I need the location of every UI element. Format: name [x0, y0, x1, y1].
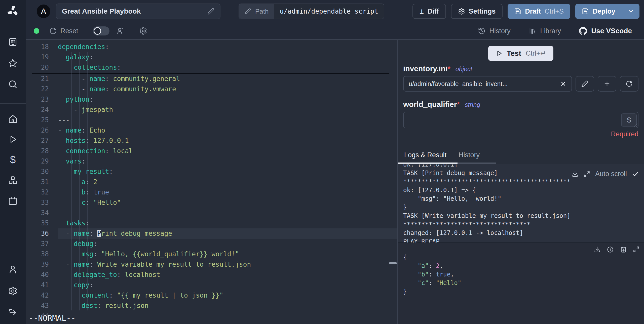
deploy-button[interactable]: Deploy — [575, 4, 622, 19]
runs-play-icon[interactable] — [8, 135, 17, 144]
history-button[interactable]: History — [478, 27, 511, 35]
edit-path-pencil-icon — [245, 8, 251, 15]
line-number: 35 — [26, 218, 58, 228]
code-line-25: 25--- — [26, 115, 397, 125]
line-number: 43 — [26, 301, 58, 311]
path-value: u/admin/dependable_script — [274, 4, 384, 19]
reset-refresh-icon — [49, 27, 57, 35]
toggle-knob — [94, 27, 101, 35]
path-label-segment[interactable]: Path — [239, 4, 274, 19]
line-number: 42 — [26, 290, 58, 301]
save-icon — [582, 8, 589, 15]
code-line-44: 44 — [26, 311, 397, 321]
resources-boxes-icon[interactable] — [8, 176, 18, 185]
pencil-icon — [581, 80, 588, 87]
log-line: "msg": "Hello, world!" — [403, 194, 644, 203]
ansible-letter: A — [41, 7, 46, 16]
result-tabs: Logs & Result History — [398, 151, 644, 164]
expand-result-icon[interactable] — [633, 246, 639, 253]
line-number: 31 — [26, 177, 58, 187]
refresh-resource-button[interactable] — [620, 76, 638, 92]
user-icon[interactable] — [8, 265, 18, 274]
logout-icon[interactable] — [8, 308, 18, 317]
history-label: History — [489, 27, 511, 35]
code-line-33: 33 c: "Hello" — [26, 197, 397, 208]
code-line-24: 24 - jmespath — [26, 105, 397, 115]
edit-resource-button[interactable] — [576, 76, 594, 92]
download-result-icon[interactable] — [594, 246, 601, 253]
line-number: 25 — [26, 115, 58, 125]
schedules-calendar-icon[interactable] — [8, 196, 18, 206]
use-vscode-label: Use VScode — [591, 27, 632, 35]
download-logs-icon[interactable] — [572, 171, 579, 178]
play-icon — [496, 50, 502, 57]
library-icon — [529, 27, 536, 35]
edit-summary-pencil-icon[interactable] — [207, 8, 214, 15]
home-icon[interactable] — [8, 114, 18, 124]
copy-result-clipboard-icon[interactable] — [620, 246, 627, 253]
code-line-31: 31 a: 2 — [26, 177, 397, 187]
plus-icon — [603, 80, 611, 87]
script-summary-input[interactable]: Great Ansible Playbook — [56, 4, 220, 19]
test-button[interactable]: Test Ctrl+↵ — [488, 46, 554, 61]
line-number: 34 — [26, 208, 58, 218]
favorites-star-icon[interactable] — [8, 58, 18, 68]
windmill-logo[interactable] — [0, 0, 26, 23]
line-number: 41 — [26, 280, 58, 290]
line-number: 23 — [26, 94, 58, 105]
line-number: 27 — [26, 136, 58, 146]
result-line: { — [403, 253, 644, 262]
library-button[interactable]: Library — [529, 27, 561, 35]
log-line: TASK [Write variable my_result to result… — [403, 212, 644, 220]
insert-variable-dollar-button[interactable]: $ — [621, 113, 637, 127]
line-number: 40 — [26, 270, 58, 280]
code-line-20: 20 collections: — [26, 62, 397, 73]
add-resource-button[interactable] — [598, 76, 616, 92]
code-line-40: 40 delegate_to: localhost — [26, 270, 397, 280]
deploy-dropdown-button[interactable] — [622, 4, 639, 19]
expand-logs-icon[interactable] — [584, 171, 590, 177]
script-path-control[interactable]: Path u/admin/dependable_script — [239, 4, 384, 19]
code-line-42: 42 content: "{{ my_result | to_json }}" — [26, 290, 397, 301]
draft-label: Draft — [525, 8, 541, 15]
inventory-resource-value: u/admin/favorable_ansible_invent... — [409, 80, 508, 88]
tab-logs-result[interactable]: Logs & Result — [404, 151, 446, 159]
draft-button[interactable]: Draft Ctrl+S — [508, 4, 570, 19]
code-line-36: 36 - name: Print debug message — [26, 228, 397, 239]
line-number: 32 — [26, 187, 58, 197]
run-panel: Test Ctrl+↵ inventory.ini* object u/admi… — [397, 40, 644, 324]
indent-guide — [71, 52, 72, 310]
line-number: 24 — [26, 105, 58, 115]
settings-gear-icon[interactable] — [8, 286, 18, 296]
reset-label: Reset — [60, 27, 78, 35]
editor-settings-gear-icon[interactable] — [139, 27, 147, 35]
result-line: } — [403, 287, 644, 296]
settings-button[interactable]: Settings — [451, 4, 503, 19]
variables-dollar-icon[interactable]: $ — [10, 155, 16, 165]
panel-resizer-handle[interactable] — [389, 262, 397, 264]
result-info-icon[interactable] — [607, 246, 614, 253]
log-line: ok: [127.0.0.1] — [403, 165, 644, 169]
logs-pane[interactable]: ok: [127.0.0.1]TASK [Print debug message… — [398, 164, 644, 242]
search-icon[interactable] — [8, 79, 18, 89]
code-editor[interactable]: 18dependencies:19 galaxy:20 collections:… — [26, 40, 397, 324]
collaborators-icon[interactable] — [117, 27, 125, 35]
code-line-37: 37 debug: — [26, 239, 397, 249]
diff-label: Diff — [428, 8, 439, 15]
workspace-icon[interactable] — [8, 37, 18, 47]
code-line-35: 35 tasks: — [26, 218, 397, 228]
refresh-icon — [626, 80, 633, 87]
result-pane[interactable]: { "a": 2, "b": true, "c": "Hello"} — [398, 242, 644, 324]
clear-resource-x-icon[interactable] — [560, 80, 566, 87]
reset-button[interactable]: Reset — [49, 27, 78, 35]
required-asterisk: * — [457, 100, 460, 108]
assistant-toggle[interactable] — [93, 26, 109, 35]
tab-history[interactable]: History — [459, 151, 480, 159]
inventory-resource-input[interactable]: u/admin/favorable_ansible_invent... — [403, 76, 572, 92]
world-qualifier-input[interactable]: $ — [403, 112, 638, 128]
result-line: "b": true, — [403, 270, 644, 279]
diff-button[interactable]: ± Diff — [412, 4, 446, 19]
code-line-18: 18dependencies: — [26, 42, 397, 52]
autoscroll-check-icon[interactable] — [632, 171, 639, 178]
use-vscode-button[interactable]: Use VScode — [579, 27, 632, 35]
